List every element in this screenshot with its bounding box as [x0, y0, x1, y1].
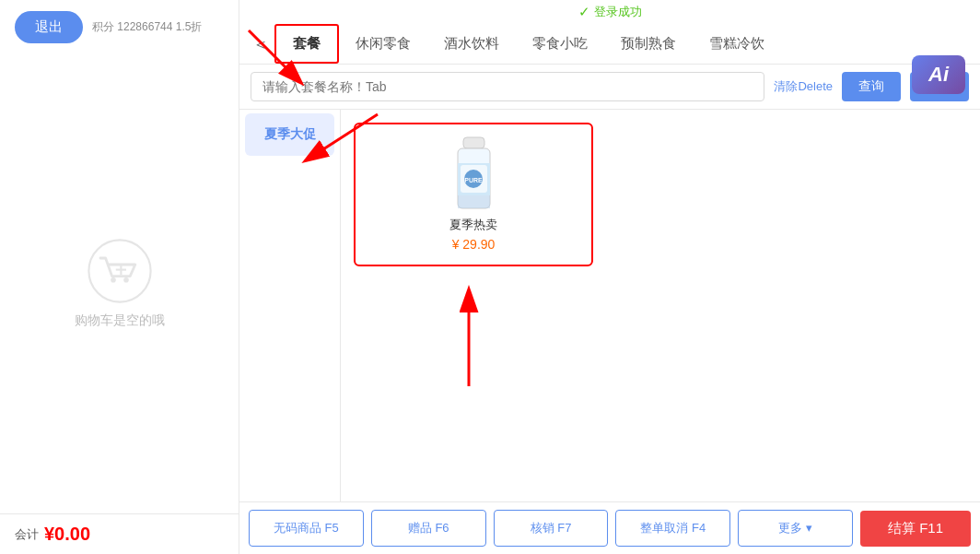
- cancel-order-button[interactable]: 整单取消 F4: [615, 510, 730, 547]
- category-list: 夏季大促: [239, 110, 341, 501]
- nav-tab-1[interactable]: 休闲零食: [339, 26, 427, 62]
- sidebar: 退出 积分 122866744 1.5折 购物车是空的哦 会计 ¥0.00: [0, 0, 239, 554]
- search-input[interactable]: [251, 72, 764, 101]
- nav-tab-5[interactable]: 雪糕冷饮: [693, 26, 781, 62]
- product-price-0: ¥ 29.90: [452, 237, 496, 252]
- product-name-0: 夏季热卖: [449, 217, 497, 233]
- bottom-toolbar: 无码商品 F5 赠品 F6 核销 F7 整单取消 F4 更多 ▾ 结算 F11: [239, 501, 980, 554]
- nav-tab-4[interactable]: 预制熟食: [604, 26, 693, 62]
- no-code-button[interactable]: 无码商品 F5: [249, 510, 364, 547]
- category-item-0[interactable]: 夏季大促: [245, 113, 334, 156]
- check-icon: ✓: [578, 4, 590, 20]
- total-label: 会计: [15, 526, 39, 543]
- points-text: 积分 122866744 1.5折: [92, 19, 202, 35]
- cart-icon: [88, 239, 152, 303]
- gift-button[interactable]: 赠品 F6: [371, 510, 486, 547]
- nav-tab-0[interactable]: 套餐: [274, 24, 339, 64]
- arrow-svg: [446, 285, 492, 395]
- svg-point-2: [123, 277, 129, 283]
- main-content: ✓ 登录成功 ＜ 套餐 休闲零食 酒水饮料 零食小吃 预制熟食 雪糕冷饮 清除D…: [239, 0, 980, 554]
- more-button[interactable]: 更多 ▾: [738, 510, 853, 547]
- clear-button[interactable]: 清除Delete: [774, 78, 833, 95]
- nav-tab-2[interactable]: 酒水饮料: [427, 26, 516, 62]
- nav-tab-3[interactable]: 零食小吃: [516, 26, 604, 62]
- verify-button[interactable]: 核销 F7: [494, 510, 609, 547]
- sidebar-top: 退出 积分 122866744 1.5折: [0, 0, 239, 54]
- more-label: 更多 ▾: [778, 520, 812, 536]
- svg-text:PURE: PURE: [464, 177, 483, 183]
- ai-badge: Ai: [912, 55, 965, 94]
- cart-empty-text: 购物车是空的哦: [75, 312, 165, 329]
- svg-rect-11: [458, 195, 490, 208]
- total-amount: ¥0.00: [44, 524, 90, 545]
- search-bar: 清除Delete 查询 刷新: [239, 65, 980, 110]
- product-card-0[interactable]: PURE 夏季热卖 ¥ 29.90: [441, 137, 506, 252]
- svg-point-0: [88, 240, 150, 301]
- nav-tabs: ＜ 套餐 休闲零食 酒水饮料 零食小吃 预制熟食 雪糕冷饮: [239, 24, 980, 65]
- product-card-group: PURE 夏季热卖 ¥ 29.90: [354, 123, 593, 266]
- notification-bar: ✓ 登录成功: [239, 0, 980, 24]
- checkout-button[interactable]: 结算 F11: [860, 511, 971, 547]
- product-area: 夏季大促: [239, 110, 980, 501]
- cart-area: 购物车是空的哦: [75, 54, 165, 513]
- svg-point-1: [111, 277, 116, 283]
- product-grid: PURE 夏季热卖 ¥ 29.90: [341, 110, 980, 501]
- exit-button[interactable]: 退出: [15, 11, 83, 43]
- milk-bottle-svg: PURE: [449, 136, 499, 214]
- notification-text: 登录成功: [594, 4, 642, 20]
- svg-rect-5: [463, 137, 484, 148]
- query-button[interactable]: 查询: [842, 72, 901, 101]
- sidebar-bottom: 会计 ¥0.00: [0, 513, 239, 554]
- arrow-annotation: [446, 285, 980, 399]
- product-image-0: PURE: [441, 137, 506, 211]
- nav-back-button[interactable]: ＜: [247, 26, 274, 63]
